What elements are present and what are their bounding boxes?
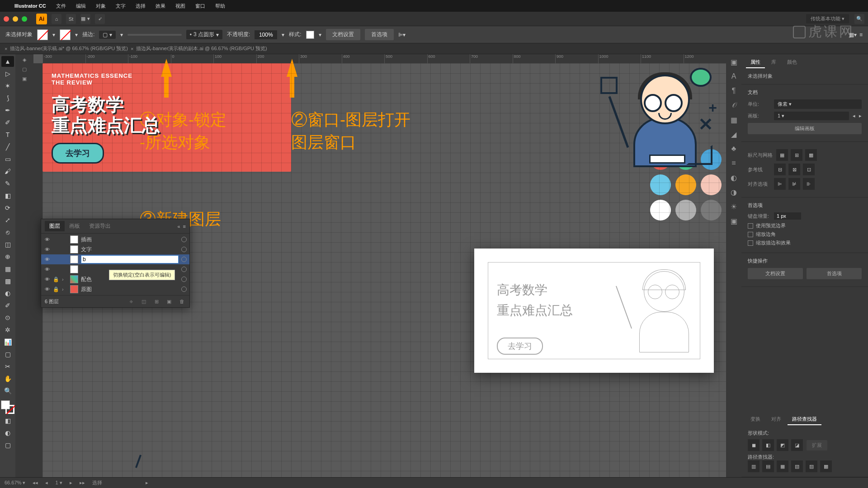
collapse-panel-icon[interactable]: « (177, 224, 180, 229)
close-tab-icon[interactable]: × (131, 46, 133, 52)
edit-artboards-button[interactable]: 编辑画板 (748, 123, 862, 134)
properties-dock-icon[interactable]: ▣ (728, 56, 740, 68)
column-graph-tool[interactable]: 📊 (1, 337, 14, 347)
brush-profile[interactable]: • 3 点圆形 ▾ (186, 30, 222, 39)
visibility-icon[interactable]: 👁 (44, 247, 50, 252)
tab-color[interactable]: 颜色 (783, 57, 802, 68)
stroke-weight[interactable]: ▢ ▾ (99, 31, 115, 39)
zoom-level[interactable]: 66.67% ▾ (5, 480, 25, 486)
paintbrush-tool[interactable]: 🖌 (1, 166, 14, 177)
draw-mode-icon[interactable]: ◐ (1, 427, 14, 438)
screen-mode-icon[interactable]: ▢ (1, 440, 14, 450)
panel-menu-icon[interactable]: ≡ (859, 32, 863, 38)
visibility-icon[interactable]: 👁 (44, 267, 50, 272)
visibility-icon[interactable]: 👁 (44, 237, 50, 242)
gradient-tool[interactable]: ◐ (1, 288, 14, 299)
mesh-tool[interactable]: ▩ (1, 276, 14, 286)
menu-edit[interactable]: 编辑 (76, 3, 86, 9)
new-layer-icon[interactable]: ▣ (165, 297, 173, 305)
appearance-dock-icon[interactable]: ☀ (728, 201, 740, 212)
trim-icon[interactable]: ▤ (762, 460, 774, 472)
scale-corners-checkbox[interactable]: 缩放边角 (748, 231, 862, 238)
fill-swatch[interactable] (37, 29, 48, 40)
artboard-nav-field[interactable]: 1 ▾ (55, 480, 62, 486)
opacity-input[interactable]: 100% (255, 30, 277, 39)
selection-tool[interactable]: ▲ (1, 56, 14, 67)
layers-panel[interactable]: 图层 画板 资源导出 «≡ 👁 插画 👁 文字 👁 👁 👁🔒› 配色 👁🔒› 原… (41, 219, 190, 308)
target-icon[interactable] (181, 277, 187, 282)
st-icon[interactable]: St (66, 14, 76, 24)
width-tool[interactable]: ⎋ (1, 227, 14, 238)
align-artboard-icon[interactable]: ⊪ (803, 178, 815, 190)
next-artboard-icon[interactable]: ▸ (859, 113, 862, 119)
home-icon[interactable]: ⌂ (52, 14, 61, 24)
layer-row-editing[interactable]: 👁 (41, 254, 189, 264)
visibility-icon[interactable]: 👁 (44, 277, 50, 282)
minus-front-icon[interactable]: ◧ (762, 439, 774, 451)
workspace-dropdown[interactable]: 传统基本功能 ▾ (806, 14, 849, 23)
search-icon[interactable]: 🔍 (854, 14, 864, 24)
align-icon[interactable]: ⊫▾ (398, 32, 406, 38)
visibility-icon[interactable]: 👁 (44, 286, 50, 292)
artboard-nav-next1-icon[interactable]: ▸ (70, 480, 72, 486)
align-key-icon[interactable]: ⊯ (788, 178, 800, 190)
crop-icon[interactable]: ▧ (791, 460, 803, 472)
opentype-dock-icon[interactable]: 𝒪 (728, 99, 740, 111)
rotate-tool[interactable]: ⟳ (1, 202, 14, 213)
expand-icon[interactable]: › (62, 286, 67, 292)
slice-tool[interactable]: ✂ (1, 361, 14, 372)
artboard-dropdown[interactable]: 1 ▾ (774, 112, 849, 120)
pen-tool[interactable]: ✒ (1, 105, 14, 116)
layer-row[interactable]: 👁🔒› 原图 (41, 284, 189, 294)
unite-icon[interactable]: ◼ (748, 439, 760, 451)
artboard-nav-prev-icon[interactable]: ◂◂ (33, 480, 38, 486)
doc-setup-button[interactable]: 文档设置 (748, 268, 803, 279)
shape-builder-tool[interactable]: ⊕ (1, 251, 14, 262)
doc-setup-button[interactable]: 文档设置 (326, 29, 360, 40)
direct-selection-tool[interactable]: ▷ (1, 68, 14, 79)
target-icon[interactable] (181, 257, 187, 262)
menu-object[interactable]: 对象 (96, 3, 106, 9)
brushes-dock-icon[interactable]: ◢ (728, 128, 740, 140)
stroke-dock-icon[interactable]: ≡ (728, 157, 740, 169)
paragraph-dock-icon[interactable]: ¶ (728, 85, 740, 97)
visibility-icon[interactable]: 👁 (44, 257, 50, 262)
units-dropdown[interactable]: 像素 ▾ (774, 99, 862, 109)
artboards-dock-icon[interactable]: ▢ (22, 66, 27, 72)
expand-button[interactable]: 扩展 (807, 440, 827, 450)
scale-tool[interactable]: ⤢ (1, 215, 14, 225)
close-window-icon[interactable] (4, 16, 9, 22)
panel-menu-icon[interactable]: ≡ (183, 224, 186, 229)
lock-icon[interactable]: 🔒 (53, 286, 59, 292)
color-mode-icon[interactable]: ◧ (1, 415, 14, 426)
tab-transform[interactable]: 变换 (746, 414, 765, 425)
menu-effect[interactable]: 效果 (156, 3, 165, 9)
zoom-window-icon[interactable] (22, 16, 27, 22)
stroke-swatch[interactable] (60, 29, 71, 40)
prefs-button[interactable]: 首选项 (807, 268, 862, 279)
delete-layer-icon[interactable]: 🗑 (178, 297, 186, 305)
symbol-sprayer-tool[interactable]: ✲ (1, 324, 14, 335)
asset-export-tab[interactable]: 资源导出 (85, 221, 115, 231)
divide-icon[interactable]: ▥ (748, 460, 760, 472)
brush-dropdown[interactable] (127, 34, 182, 36)
ruler-icon[interactable]: ▦ (776, 149, 788, 161)
type-tool[interactable]: T (1, 129, 14, 140)
zoom-tool[interactable]: 🔍 (1, 385, 14, 396)
locate-object-icon[interactable]: ⎆ (127, 297, 135, 305)
layer-name-input[interactable] (81, 255, 179, 263)
swatches-dock-icon[interactable]: ▦ (728, 114, 740, 126)
free-transform-tool[interactable]: ◫ (1, 239, 14, 250)
target-icon[interactable] (181, 267, 187, 272)
merge-icon[interactable]: ▦ (777, 460, 788, 472)
keyboard-increment-input[interactable]: 1 px (774, 212, 801, 220)
target-icon[interactable] (181, 237, 187, 242)
minimize-window-icon[interactable] (13, 16, 18, 22)
layer-row[interactable]: 👁 插画 (41, 235, 189, 244)
asset-export-dock-icon[interactable]: ▣ (22, 76, 27, 82)
layer-row[interactable]: 👁 文字 (41, 244, 189, 254)
lock-icon[interactable]: 🔒 (53, 277, 59, 282)
type-dock-icon[interactable]: A (728, 70, 740, 82)
fill-stroke-control[interactable] (1, 400, 14, 414)
artboard-tool[interactable]: ▢ (1, 349, 14, 360)
